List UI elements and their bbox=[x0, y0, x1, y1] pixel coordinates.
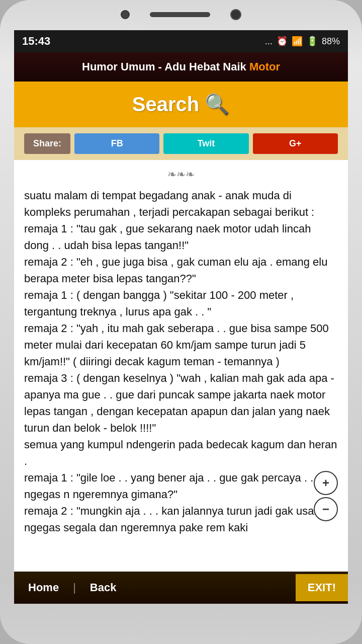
title-highlight: Motor bbox=[249, 60, 280, 73]
zoom-out-button[interactable]: − bbox=[314, 497, 338, 521]
camera-icon bbox=[230, 9, 241, 20]
page-title: Humor Umum - Adu Hebat Naik Motor bbox=[82, 60, 280, 73]
zoom-in-button[interactable]: + bbox=[314, 471, 338, 495]
content-area: ❧❧❧ suatu malam di tempat begadang anak … bbox=[14, 160, 348, 572]
status-bar: 15:43 ... ⏰ 📶 🔋 88% bbox=[14, 30, 348, 52]
zoom-controls: + − bbox=[314, 471, 338, 521]
ornament-decoration: ❧❧❧ bbox=[24, 168, 338, 181]
bottom-bar: Home | Back EXIT! bbox=[14, 572, 348, 604]
status-right: ... ⏰ 📶 🔋 88% bbox=[265, 36, 340, 47]
share-gplus-button[interactable]: G+ bbox=[253, 133, 338, 154]
share-bar: Share: FB Twit G+ bbox=[14, 127, 348, 160]
front-camera bbox=[121, 10, 130, 19]
signal-icon: 📶 bbox=[292, 36, 303, 47]
exit-button[interactable]: EXIT! bbox=[296, 574, 348, 601]
speaker bbox=[150, 12, 210, 17]
status-dots: ... bbox=[265, 36, 273, 47]
share-fb-button[interactable]: FB bbox=[74, 133, 159, 154]
back-button[interactable]: Back bbox=[76, 581, 131, 594]
status-time: 15:43 bbox=[22, 35, 50, 48]
joke-content: suatu malam di tempat begadang anak - an… bbox=[24, 187, 338, 536]
search-label: Search 🔍 bbox=[132, 93, 230, 115]
alarm-icon: ⏰ bbox=[277, 36, 288, 47]
share-label: Share: bbox=[24, 133, 70, 154]
share-twitter-button[interactable]: Twit bbox=[163, 133, 248, 154]
battery-icon: 🔋 bbox=[307, 36, 318, 47]
title-bar: Humor Umum - Adu Hebat Naik Motor bbox=[14, 52, 348, 82]
search-bar[interactable]: Search 🔍 bbox=[14, 82, 348, 127]
title-text-before: Humor Umum - Adu Hebat Naik bbox=[82, 60, 249, 73]
battery-level: 88% bbox=[322, 36, 340, 47]
home-button[interactable]: Home bbox=[14, 581, 73, 594]
